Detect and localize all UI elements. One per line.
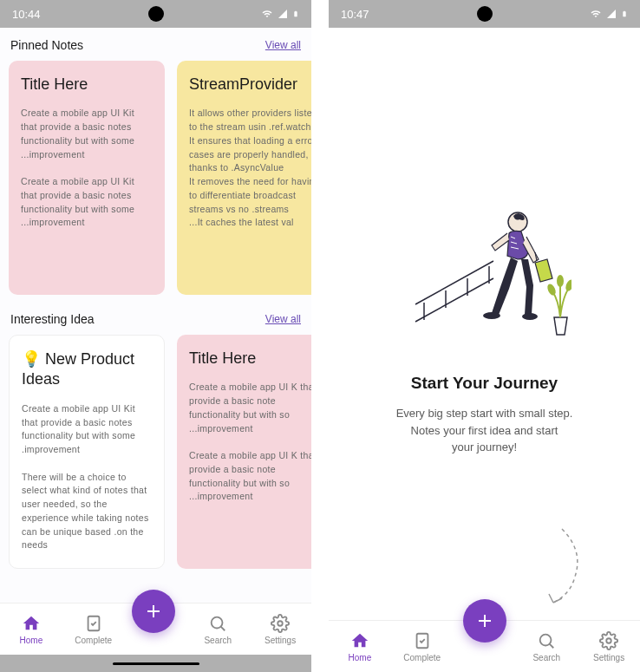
- nav-complete[interactable]: Complete: [396, 631, 448, 662]
- section-title: Interesting Idea: [10, 312, 95, 326]
- status-time: 10:47: [341, 8, 369, 21]
- nav-home[interactable]: Home: [5, 614, 57, 645]
- nav-complete[interactable]: Complete: [68, 614, 120, 645]
- search-icon: [537, 631, 556, 650]
- status-bar: 10:44: [0, 0, 311, 28]
- note-body: It allows other providers listen to the …: [189, 107, 311, 230]
- note-card[interactable]: Title Here Create a mobile app UI K that…: [177, 335, 311, 569]
- nav-label: Search: [204, 636, 232, 645]
- phone-right: 10:47: [329, 0, 640, 672]
- nav-label: Home: [20, 636, 43, 645]
- notes-row: 💡 New Product Ideas Create a mobile app …: [9, 335, 303, 569]
- section-header-pinned: Pinned Notes View all: [9, 38, 303, 52]
- gear-icon: [599, 631, 618, 650]
- section-title: Pinned Notes: [10, 38, 83, 52]
- battery-icon: [292, 8, 299, 20]
- gesture-bar: [0, 655, 311, 672]
- note-title: StreamProvider: [189, 75, 311, 95]
- status-time: 10:44: [12, 8, 41, 21]
- nav-settings[interactable]: Settings: [254, 614, 306, 645]
- home-icon: [350, 631, 369, 650]
- wifi-icon: [590, 9, 602, 19]
- note-body: Create a mobile app UI Kit that provide …: [21, 107, 153, 230]
- nav-label: Search: [532, 653, 560, 662]
- svg-point-7: [564, 278, 571, 292]
- status-icons: [590, 8, 628, 20]
- status-icons: [261, 8, 299, 20]
- search-icon: [208, 614, 227, 633]
- phone-left: 10:44 Pinned Notes View all Title Here C…: [0, 0, 311, 672]
- nav-home[interactable]: Home: [334, 631, 386, 662]
- note-title: Title Here: [189, 349, 311, 369]
- svg-point-8: [557, 275, 564, 287]
- note-title: Title Here: [21, 75, 153, 95]
- plus-icon: [474, 610, 495, 631]
- nav-label: Complete: [75, 636, 112, 645]
- journey-illustration: [398, 192, 571, 348]
- nav-label: Settings: [264, 636, 296, 645]
- nav-search[interactable]: Search: [192, 614, 244, 645]
- section-header-ideas: Interesting Idea View all: [9, 312, 303, 326]
- journey-title: Start Your Journey: [411, 374, 558, 393]
- svg-point-5: [522, 313, 538, 320]
- checklist-icon: [84, 614, 103, 633]
- content-area: Pinned Notes View all Title Here Create …: [0, 28, 311, 603]
- svg-point-2: [278, 621, 283, 626]
- home-icon: [22, 614, 41, 633]
- note-body: Create a mobile app UI Kit that provide …: [22, 402, 152, 552]
- svg-point-11: [606, 638, 611, 643]
- svg-point-4: [483, 312, 500, 319]
- bottom-nav: Home Complete Search Settings: [329, 620, 640, 672]
- note-body: Create a mobile app UI K that provide a …: [189, 381, 311, 504]
- plus-icon: [143, 601, 164, 622]
- wifi-icon: [261, 9, 273, 19]
- note-card[interactable]: StreamProvider It allows other providers…: [177, 61, 311, 295]
- fab-add-button[interactable]: [132, 590, 175, 633]
- battery-icon: [621, 8, 628, 20]
- nav-label: Home: [349, 653, 372, 662]
- empty-state: Start Your Journey Every big step start …: [329, 28, 640, 620]
- note-title: 💡 New Product Ideas: [22, 349, 152, 390]
- note-card[interactable]: Title Here Create a mobile app UI Kit th…: [9, 61, 165, 295]
- svg-point-10: [540, 634, 552, 645]
- nav-label: Settings: [593, 653, 624, 662]
- nav-label: Complete: [403, 653, 441, 662]
- view-all-link[interactable]: View all: [265, 39, 301, 51]
- fab-add-button[interactable]: [463, 599, 506, 643]
- checklist-icon: [413, 631, 432, 650]
- camera-notch: [148, 6, 164, 22]
- nav-search[interactable]: Search: [520, 631, 572, 662]
- journey-subtitle: Every big step start with small step. No…: [396, 405, 573, 456]
- notes-row: Title Here Create a mobile app UI Kit th…: [9, 61, 303, 295]
- signal-icon: [605, 9, 617, 19]
- note-card[interactable]: 💡 New Product Ideas Create a mobile app …: [9, 335, 165, 569]
- svg-point-1: [212, 617, 223, 628]
- view-all-link[interactable]: View all: [265, 313, 301, 325]
- nav-settings[interactable]: Settings: [583, 631, 635, 662]
- signal-icon: [277, 9, 289, 19]
- arrow-illustration: [536, 525, 588, 611]
- camera-notch: [477, 6, 493, 22]
- status-bar: 10:47: [329, 0, 640, 28]
- gear-icon: [271, 614, 290, 633]
- svg-point-6: [545, 283, 557, 297]
- gesture-line: [113, 662, 199, 665]
